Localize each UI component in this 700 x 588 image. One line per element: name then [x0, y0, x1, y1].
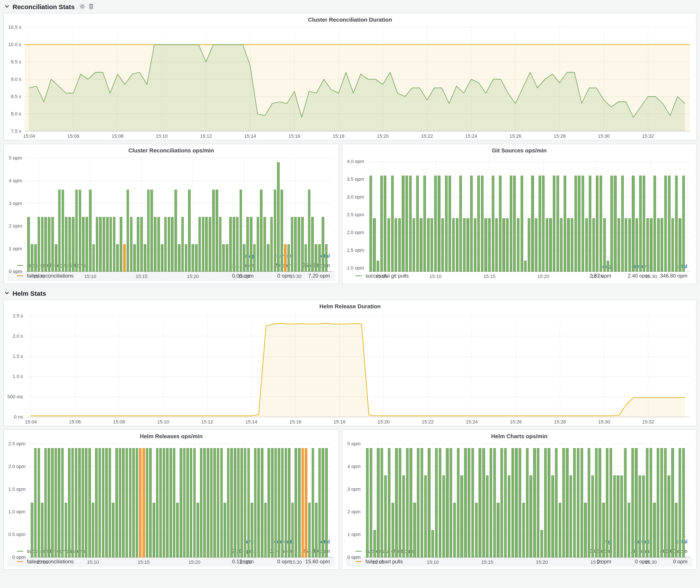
svg-text:15:22: 15:22 [421, 133, 433, 139]
chevron-down-icon[interactable] [4, 4, 10, 9]
section-header-helm-stats: Helm Stats [0, 287, 700, 300]
svg-text:15:20: 15:20 [189, 559, 200, 565]
svg-text:15:25: 15:25 [239, 559, 251, 565]
svg-text:4 opm: 4 opm [347, 464, 361, 469]
svg-text:4.0 opm: 4.0 opm [347, 159, 364, 164]
svg-text:15:04: 15:04 [23, 133, 35, 139]
panel-row-helm: Helm Releases ops/min 15:0515:1015:1515:… [3, 430, 697, 570]
svg-text:15:14: 15:14 [244, 133, 256, 139]
svg-text:0 ns: 0 ns [14, 414, 23, 420]
svg-text:15:26: 15:26 [510, 419, 522, 425]
svg-text:15:15: 15:15 [484, 274, 495, 279]
chart-git-sources-ops-min[interactable]: 15:0515:1015:1515:2015:2515:301.0 opm1.5… [342, 155, 696, 261]
svg-text:15:24: 15:24 [466, 419, 478, 425]
svg-text:15:20: 15:20 [378, 419, 390, 425]
svg-text:15:24: 15:24 [465, 133, 477, 139]
panel-title[interactable]: Git Sources ops/min [342, 144, 696, 155]
svg-text:2.5 s: 2.5 s [13, 313, 23, 318]
panel-title[interactable]: Cluster Reconciliations ops/min [4, 144, 339, 155]
svg-text:2.5 opm: 2.5 opm [347, 212, 364, 217]
svg-text:0 opm: 0 opm [9, 269, 22, 274]
svg-text:15:30: 15:30 [598, 133, 610, 139]
svg-text:15:30: 15:30 [290, 274, 302, 279]
svg-text:15:25: 15:25 [238, 274, 250, 279]
svg-text:15:10: 15:10 [87, 559, 99, 565]
svg-text:8.0 s: 8.0 s [11, 111, 21, 116]
svg-text:15:16: 15:16 [289, 419, 301, 425]
svg-text:15:20: 15:20 [187, 274, 199, 279]
svg-text:0 opm: 0 opm [12, 554, 26, 560]
svg-text:15:28: 15:28 [554, 133, 566, 139]
chart-helm-charts-ops-min[interactable]: 15:0515:1015:1515:2015:2515:300 opm1 opm… [342, 440, 696, 536]
svg-text:15:08: 15:08 [113, 419, 125, 425]
chart-cluster-reconciliation-duration[interactable]: 15:0415:0615:0815:1015:1215:1415:1615:18… [4, 24, 696, 140]
panel-title[interactable]: Helm Charts ops/min [342, 430, 696, 440]
svg-text:2 opm: 2 opm [9, 223, 22, 229]
svg-text:4 opm: 4 opm [9, 178, 22, 183]
svg-text:15:30: 15:30 [645, 559, 657, 565]
svg-text:15:32: 15:32 [642, 133, 654, 139]
svg-text:5 opm: 5 opm [9, 155, 22, 161]
svg-text:15:32: 15:32 [642, 419, 654, 425]
svg-text:15:10: 15:10 [84, 274, 96, 279]
section-title[interactable]: Helm Stats [13, 289, 46, 297]
svg-text:10.5 s: 10.5 s [8, 24, 21, 30]
svg-text:15:16: 15:16 [288, 133, 300, 139]
panel-title[interactable]: Helm Release Duration [4, 300, 696, 310]
svg-text:1.0 opm: 1.0 opm [347, 265, 364, 271]
svg-text:15:30: 15:30 [645, 274, 657, 279]
svg-text:15:15: 15:15 [138, 559, 150, 565]
svg-text:15:10: 15:10 [429, 274, 441, 279]
svg-text:15:14: 15:14 [245, 419, 257, 425]
svg-text:15:18: 15:18 [334, 419, 345, 425]
chart-helm-releases-ops-min[interactable]: 15:0515:1015:1515:2015:2515:300 opm0.5 o… [4, 440, 339, 536]
svg-text:15:15: 15:15 [135, 274, 147, 279]
svg-text:1 opm: 1 opm [347, 532, 361, 537]
svg-text:15:06: 15:06 [67, 133, 79, 139]
dashboard: Reconciliation Stats Cluster Reconciliat… [0, 0, 700, 588]
svg-text:1.5 opm: 1.5 opm [8, 486, 26, 492]
svg-text:15:05: 15:05 [36, 559, 48, 565]
svg-text:15:10: 15:10 [157, 419, 169, 425]
svg-text:15:28: 15:28 [554, 419, 566, 425]
panel-title[interactable]: Helm Releases ops/min [4, 430, 339, 440]
chart-cluster-reconciliations-ops-min[interactable]: 15:0515:1015:1515:2015:2515:300 opm1 opm… [4, 155, 339, 251]
svg-text:9.5 s: 9.5 s [11, 59, 21, 65]
panel-cluster-reconciliation-duration: Cluster Reconciliation Duration 15:0415:… [3, 13, 697, 140]
svg-text:15:05: 15:05 [372, 559, 384, 565]
svg-text:15:10: 15:10 [427, 559, 439, 565]
svg-text:10.0 s: 10.0 s [8, 42, 21, 47]
gear-icon[interactable] [79, 3, 85, 10]
svg-text:8.5 s: 8.5 s [11, 94, 21, 99]
svg-text:15:20: 15:20 [536, 559, 548, 565]
panel-helm-releases-ops-min: Helm Releases ops/min 15:0515:1015:1515:… [3, 430, 339, 570]
section-title[interactable]: Reconciliation Stats [13, 3, 75, 10]
svg-text:2.0 opm: 2.0 opm [8, 464, 26, 469]
svg-text:1.0 opm: 1.0 opm [8, 509, 26, 514]
section-header-reconciliation-stats: Reconciliation Stats [0, 0, 700, 13]
svg-text:15:20: 15:20 [537, 274, 549, 279]
svg-text:3 opm: 3 opm [9, 201, 22, 206]
panel-git-sources-ops-min: Git Sources ops/min 15:0515:1015:1515:20… [342, 144, 697, 284]
svg-text:15:22: 15:22 [422, 419, 434, 425]
svg-text:15:25: 15:25 [591, 274, 603, 279]
svg-text:1.5 opm: 1.5 opm [347, 247, 364, 253]
svg-text:3 opm: 3 opm [347, 486, 361, 492]
panel-helm-release-duration: Helm Release Duration 15:0415:0615:0815:… [3, 300, 697, 426]
svg-text:3.5 opm: 3.5 opm [347, 176, 364, 182]
chart-helm-release-duration[interactable]: 15:0415:0615:0815:1015:1215:1415:1615:18… [4, 310, 696, 426]
svg-text:15:15: 15:15 [481, 559, 493, 565]
trash-icon[interactable] [89, 3, 94, 10]
svg-text:2 opm: 2 opm [347, 509, 361, 514]
svg-text:3.0 opm: 3.0 opm [347, 194, 364, 200]
panel-row-reconciliation: Cluster Reconciliations ops/min 15:0515:… [3, 144, 697, 284]
svg-text:1.5 s: 1.5 s [13, 354, 23, 359]
chevron-down-icon[interactable] [4, 291, 10, 296]
svg-text:15:30: 15:30 [290, 559, 302, 565]
svg-text:15:30: 15:30 [598, 419, 610, 425]
svg-text:15:12: 15:12 [200, 133, 212, 139]
svg-text:500 ms: 500 ms [7, 394, 23, 399]
svg-text:0.5 opm: 0.5 opm [8, 532, 26, 537]
panel-title[interactable]: Cluster Reconciliation Duration [4, 13, 696, 24]
svg-text:0 opm: 0 opm [347, 554, 361, 560]
